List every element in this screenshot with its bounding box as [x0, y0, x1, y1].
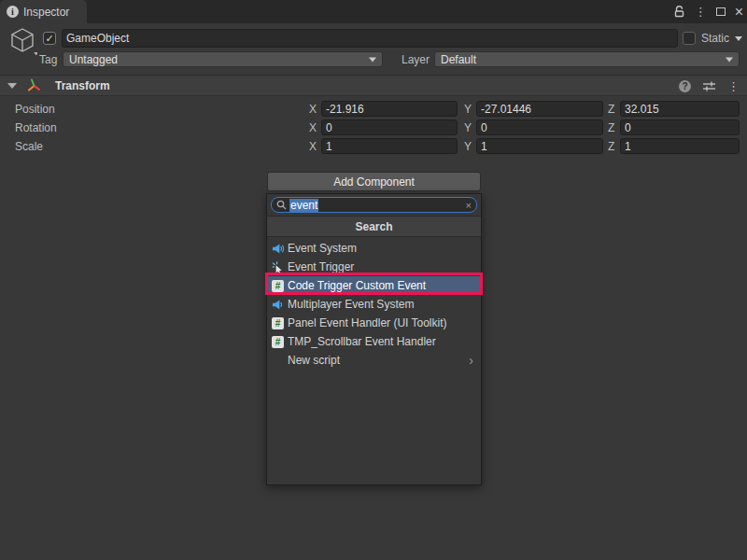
transform-icon [26, 77, 42, 93]
component-menu-icon[interactable]: ⋮ [727, 79, 740, 93]
axis-z-label: Z [608, 103, 614, 116]
axis-x-label: X [309, 140, 317, 153]
component-item-event-system[interactable]: Event System [267, 239, 481, 258]
search-results-header: Search [267, 216, 481, 237]
component-item-new-script[interactable]: New script › [267, 351, 481, 370]
csharp-script-icon: # [272, 317, 284, 329]
tag-value: Untagged [69, 53, 118, 66]
csharp-script-icon: # [272, 280, 284, 292]
layer-dropdown-arrow-icon [726, 57, 733, 62]
rotation-y-field[interactable] [476, 119, 603, 135]
tag-label: Tag [39, 53, 57, 66]
item-label: Multiplayer Event System [288, 298, 414, 311]
position-x-field[interactable] [321, 101, 458, 117]
active-checkbox[interactable]: ✓ [43, 32, 56, 45]
position-label: Position [15, 103, 55, 116]
close-icon[interactable]: × [735, 5, 743, 20]
component-item-panel-event-handler[interactable]: # Panel Event Handler (UI Toolkit) [267, 314, 481, 332]
layer-dropdown[interactable]: Default [434, 51, 740, 67]
component-item-code-trigger-custom-event[interactable]: # Code Trigger Custom Event [267, 276, 481, 295]
item-label: Event System [288, 242, 357, 255]
clear-search-icon[interactable]: × [466, 200, 472, 211]
axis-z-label: Z [608, 140, 614, 153]
component-item-multiplayer-event-system[interactable]: Multiplayer Event System [267, 295, 481, 314]
component-item-event-trigger[interactable]: Event Trigger [267, 258, 481, 276]
help-icon[interactable]: ? [679, 80, 691, 92]
item-label: Code Trigger Custom Event [288, 279, 426, 292]
component-item-tmp-scrollbar-event-handler[interactable]: # TMP_Scrollbar Event Handler [267, 332, 481, 351]
search-icon [276, 200, 287, 210]
transform-title: Transform [55, 79, 110, 92]
presets-icon[interactable] [702, 80, 716, 92]
add-component-button[interactable]: Add Component [267, 172, 481, 191]
scale-y-field[interactable] [476, 138, 603, 154]
axis-x-label: X [309, 121, 317, 134]
event-system-icon [272, 299, 284, 311]
item-label: Event Trigger [288, 260, 354, 273]
event-system-icon [272, 243, 284, 255]
layer-value: Default [441, 53, 476, 66]
scale-z-field[interactable] [620, 138, 740, 154]
axis-y-label: Y [464, 103, 472, 116]
axis-z-label: Z [608, 121, 614, 134]
submenu-chevron-icon: › [469, 354, 473, 367]
static-checkbox[interactable]: ✓ [683, 32, 696, 45]
titlebar: i Inspector ⋮ × [0, 0, 747, 23]
search-value: event [289, 199, 318, 212]
tag-dropdown[interactable]: Untagged [63, 51, 383, 67]
add-component-popup: event × Search Event System Event Trigge… [266, 193, 482, 485]
position-y-field[interactable] [476, 101, 603, 117]
item-label: TMP_Scrollbar Event Handler [288, 335, 436, 348]
event-trigger-icon [272, 261, 284, 273]
tab-label: Inspector [23, 6, 69, 19]
item-label: Panel Event Handler (UI Toolkit) [288, 316, 447, 329]
position-z-field[interactable] [620, 101, 740, 117]
axis-y-label: Y [464, 140, 472, 153]
scale-x-field[interactable] [321, 138, 458, 154]
csharp-script-icon: # [272, 336, 284, 348]
static-dropdown-icon[interactable] [735, 36, 742, 41]
rotation-x-field[interactable] [321, 119, 458, 135]
maximize-icon[interactable] [716, 7, 726, 16]
info-icon: i [7, 6, 19, 18]
tag-dropdown-arrow-icon [369, 57, 376, 62]
component-search-input[interactable]: event × [271, 197, 477, 213]
static-label: Static [701, 32, 729, 45]
foldout-arrow-icon[interactable] [7, 83, 17, 89]
unity-inspector-window: i Inspector ⋮ × ✓ ✓ Static [0, 0, 747, 560]
item-label: New script [288, 354, 340, 367]
gameobject-cube-icon[interactable] [7, 26, 37, 62]
tab-inspector[interactable]: i Inspector [0, 0, 87, 23]
layer-label: Layer [402, 53, 430, 66]
window-menu-icon[interactable]: ⋮ [695, 6, 707, 18]
axis-x-label: X [309, 103, 317, 116]
axis-y-label: Y [464, 121, 472, 134]
gameobject-name-field[interactable] [62, 29, 678, 48]
rotation-z-field[interactable] [620, 119, 740, 135]
rotation-label: Rotation [15, 121, 57, 134]
unlock-icon[interactable] [673, 5, 685, 20]
transform-header[interactable]: Transform ? ⋮ [0, 75, 747, 96]
scale-label: Scale [15, 140, 43, 153]
